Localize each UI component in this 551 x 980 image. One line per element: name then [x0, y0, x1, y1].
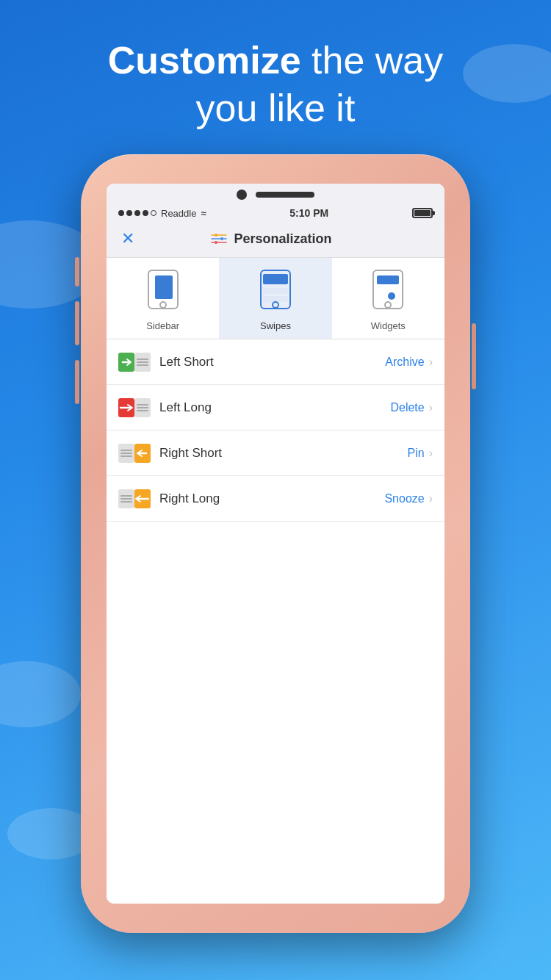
header-text: Customize the way you like it	[108, 37, 444, 132]
phone-top	[107, 184, 444, 203]
phone-wrapper: Readdle ≈ 5:10 PM ✕	[70, 154, 481, 980]
right-short-label: Right Short	[159, 446, 408, 461]
personalization-icon	[210, 230, 228, 248]
right-short-chevron: ›	[429, 447, 433, 460]
svg-point-11	[160, 302, 166, 308]
wifi-icon: ≈	[201, 208, 206, 219]
left-short-chevron: ›	[429, 356, 433, 369]
tab-swipes[interactable]: Swipes	[219, 258, 331, 339]
status-bar: Readdle ≈ 5:10 PM	[107, 203, 444, 223]
status-time: 5:10 PM	[289, 207, 328, 219]
svg-rect-13	[263, 274, 288, 284]
tab-widgets[interactable]: Widgets	[332, 258, 444, 339]
settings-list: Left Short Archive ›	[107, 339, 444, 904]
header-bold: Customize	[108, 39, 301, 82]
left-short-row[interactable]: Left Short Archive ›	[107, 339, 444, 385]
signal-strength	[118, 210, 156, 216]
swipes-tab-label: Swipes	[260, 320, 291, 331]
tab-selector: Sidebar Swipes	[107, 258, 444, 339]
right-long-chevron: ›	[429, 492, 433, 505]
right-long-row[interactable]: Right Long Snooze ›	[107, 476, 444, 522]
sidebar-tab-icon	[145, 268, 181, 316]
power-button	[472, 323, 476, 389]
svg-rect-10	[155, 275, 173, 299]
left-short-label: Left Short	[159, 355, 385, 370]
svg-rect-18	[377, 275, 399, 284]
svg-rect-14	[263, 288, 288, 294]
left-short-icon	[118, 353, 151, 372]
widgets-tab-label: Widgets	[371, 320, 406, 331]
signal-dot-5	[151, 210, 156, 216]
signal-dot-4	[143, 210, 148, 216]
left-long-icon	[118, 398, 151, 417]
phone-shell: Readdle ≈ 5:10 PM ✕	[81, 154, 470, 933]
widgets-tab-icon	[370, 268, 406, 316]
front-camera	[237, 190, 247, 200]
battery-icon	[412, 208, 433, 218]
phone-camera-area	[237, 190, 314, 200]
svg-point-20	[385, 302, 391, 308]
sidebar-tab-label: Sidebar	[146, 320, 179, 331]
right-short-value: Pin	[408, 447, 425, 460]
swipes-tab-icon	[257, 268, 294, 316]
right-long-value: Snooze	[384, 492, 424, 505]
header-light: the way	[301, 39, 444, 82]
nav-title-area: Personalization	[210, 230, 331, 248]
silent-switch	[75, 257, 79, 287]
right-short-icon	[118, 444, 151, 463]
svg-point-16	[273, 302, 278, 308]
tab-sidebar[interactable]: Sidebar	[107, 258, 219, 339]
right-long-label: Right Long	[159, 491, 384, 506]
svg-point-19	[388, 292, 395, 300]
right-long-icon	[118, 489, 151, 508]
right-short-row[interactable]: Right Short Pin ›	[107, 430, 444, 476]
status-left: Readdle ≈	[118, 208, 206, 219]
battery-fill	[414, 210, 431, 216]
left-long-chevron: ›	[429, 401, 433, 414]
nav-title: Personalization	[234, 231, 331, 247]
signal-dot-3	[134, 210, 140, 216]
volume-up-button	[75, 301, 79, 345]
nav-bar: ✕ Personalization	[107, 223, 444, 258]
header-line2: you like it	[108, 84, 444, 132]
left-long-value: Delete	[390, 401, 424, 414]
signal-dot-1	[118, 210, 124, 216]
status-right	[412, 208, 433, 218]
svg-rect-15	[263, 296, 288, 302]
carrier-label: Readdle	[161, 208, 196, 219]
speaker-bar	[256, 192, 314, 198]
left-long-label: Left Long	[159, 400, 390, 415]
signal-dot-2	[126, 210, 132, 216]
volume-down-button	[75, 360, 79, 404]
left-short-value: Archive	[385, 356, 424, 369]
close-button[interactable]: ✕	[121, 229, 134, 248]
phone-screen: Readdle ≈ 5:10 PM ✕	[107, 184, 444, 904]
left-long-row[interactable]: Left Long Delete ›	[107, 385, 444, 430]
